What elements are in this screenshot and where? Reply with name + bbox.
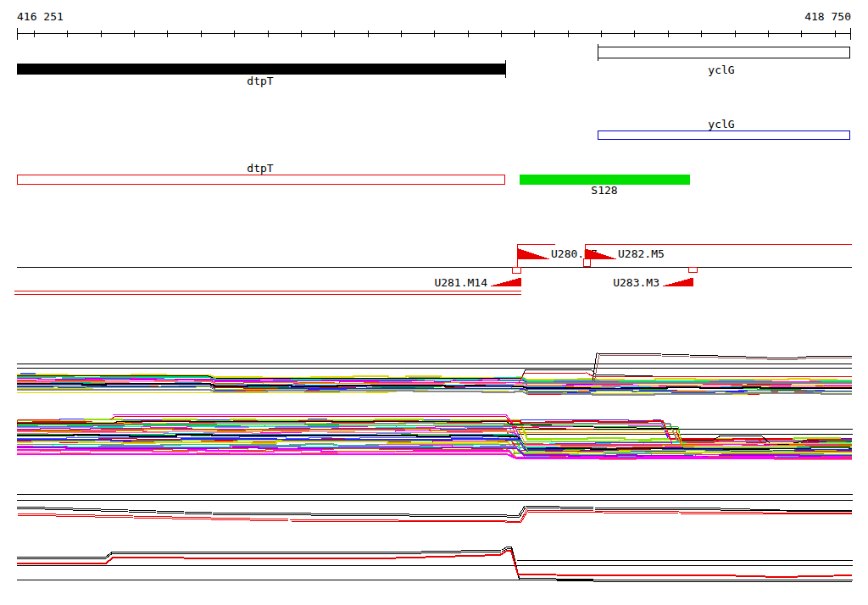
primer-site-box-u283[interactable] xyxy=(689,268,698,273)
primer-site-box-u281[interactable] xyxy=(513,268,521,274)
primer-label-u283: U283.M3 xyxy=(613,276,659,289)
band-c-red-1[interactable] xyxy=(17,510,852,521)
primer-flag-u283[interactable] xyxy=(661,278,693,287)
gene-label-dtpt-red: dtpT xyxy=(247,162,273,175)
segment-label-s128: S128 xyxy=(591,184,617,197)
gene-bar-yclg-blue[interactable] xyxy=(598,131,850,140)
primer-flag-u281[interactable] xyxy=(489,278,521,287)
primer-flag-u282[interactable] xyxy=(585,248,616,259)
band-d-red[interactable] xyxy=(17,551,852,577)
reads-trace-area[interactable] xyxy=(17,353,853,581)
primer-flag-u280[interactable] xyxy=(517,248,549,259)
gene-bar-dtpt-red[interactable] xyxy=(18,175,505,185)
band-a-step-trace-1[interactable] xyxy=(521,369,852,379)
gene-label-yclg-blue: yclG xyxy=(708,118,734,130)
gene-bar-dtpt-filled[interactable] xyxy=(17,64,505,75)
band-a-yellow-line[interactable] xyxy=(17,392,388,393)
gene-label-dtpt-top: dtpT xyxy=(247,75,273,87)
primer-label-u282: U282.M5 xyxy=(618,247,665,260)
primer-label-u281: U281.M14 xyxy=(434,276,487,289)
gene-label-yclg-top: yclG xyxy=(708,64,734,76)
gene-bar-yclg-outline[interactable] xyxy=(598,47,850,58)
primer-site-box-u282[interactable] xyxy=(584,259,591,267)
template-display-window: 416 251 418 750 dtpT yclG yclG dtpT S128… xyxy=(0,0,868,605)
ruler xyxy=(17,28,851,40)
primer-track: U280.M7 U282.M5 U281.M14 U283.M3 xyxy=(14,244,852,295)
ruler-start-label: 416 251 xyxy=(17,10,64,23)
ruler-end-label: 418 750 xyxy=(804,10,851,23)
